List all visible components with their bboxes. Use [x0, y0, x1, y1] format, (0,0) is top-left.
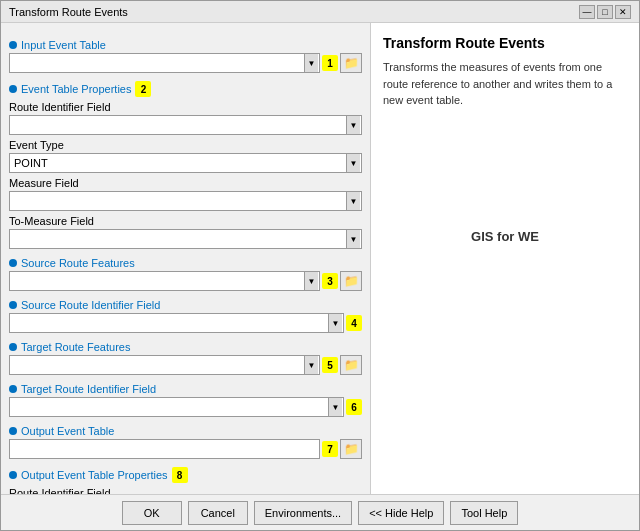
target-route-dropdown-wrapper: ▼	[9, 355, 320, 375]
target-route-id-label: Target Route Identifier Field	[9, 383, 362, 395]
title-bar-buttons: — □ ✕	[579, 5, 631, 19]
target-route-features-label: Target Route Features	[9, 341, 362, 353]
badge-4: 4	[346, 315, 362, 331]
source-route-id-dropdown[interactable]	[9, 313, 344, 333]
dot-icon-4	[9, 301, 17, 309]
to-measure-field-label-1: To-Measure Field	[9, 215, 362, 227]
badge-6: 6	[346, 399, 362, 415]
event-type-label-1: Event Type	[9, 139, 362, 151]
source-route-id-row: ▼ 4	[9, 313, 362, 333]
event-table-properties-label: Event Table Properties 2	[9, 81, 362, 97]
badge-3: 3	[322, 273, 338, 289]
route-id-dropdown-1[interactable]	[9, 115, 362, 135]
route-identifier-field-label-2: Route Identifier Field	[9, 487, 362, 494]
badge-2: 2	[135, 81, 151, 97]
badge-8: 8	[172, 467, 188, 483]
measure-field-row-1: ▼	[9, 191, 362, 211]
right-panel-content: GIS for WE	[383, 229, 627, 244]
cancel-button[interactable]: Cancel	[188, 501, 248, 525]
source-route-features-label: Source Route Features	[9, 257, 362, 269]
to-measure-dropdown-1[interactable]	[9, 229, 362, 249]
ok-button[interactable]: OK	[122, 501, 182, 525]
route-id-dropdown-wrapper-1: ▼	[9, 115, 362, 135]
right-panel-description: Transforms the measures of events from o…	[383, 59, 627, 109]
dot-icon-5	[9, 343, 17, 351]
measure-field-label-1: Measure Field	[9, 177, 362, 189]
hide-help-button[interactable]: << Hide Help	[358, 501, 444, 525]
dot-icon-6	[9, 385, 17, 393]
source-route-folder-btn[interactable]: 📁	[340, 271, 362, 291]
output-event-table-label: Output Event Table	[9, 425, 362, 437]
badge-7: 7	[322, 441, 338, 457]
output-event-table-row: 7 📁	[9, 439, 362, 459]
input-event-table-dropdown-wrapper: ▼	[9, 53, 320, 73]
route-identifier-field-row-1: ▼	[9, 115, 362, 135]
right-panel: Transform Route Events Transforms the me…	[371, 23, 639, 494]
maximize-button[interactable]: □	[597, 5, 613, 19]
left-panel: Input Event Table ▼ 1 📁 Event Table Prop…	[1, 23, 371, 494]
target-route-features-row: ▼ 5 📁	[9, 355, 362, 375]
source-route-features-row: ▼ 3 📁	[9, 271, 362, 291]
target-route-id-dropdown-wrapper: ▼	[9, 397, 344, 417]
dot-icon-3	[9, 259, 17, 267]
route-identifier-field-label-1: Route Identifier Field	[9, 101, 362, 113]
tool-help-button[interactable]: Tool Help	[450, 501, 518, 525]
title-bar: Transform Route Events — □ ✕	[1, 1, 639, 23]
dot-icon-8	[9, 471, 17, 479]
event-type-dropdown-wrapper-1: POINT ▼	[9, 153, 362, 173]
dot-icon	[9, 41, 17, 49]
environments-button[interactable]: Environments...	[254, 501, 352, 525]
measure-field-dropdown-1[interactable]	[9, 191, 362, 211]
source-route-id-label: Source Route Identifier Field	[9, 299, 362, 311]
dot-icon-2	[9, 85, 17, 93]
right-panel-title: Transform Route Events	[383, 35, 627, 51]
badge-5: 5	[322, 357, 338, 373]
source-route-id-dropdown-wrapper: ▼	[9, 313, 344, 333]
target-route-folder-btn[interactable]: 📁	[340, 355, 362, 375]
source-route-dropdown-wrapper: ▼	[9, 271, 320, 291]
to-measure-dropdown-wrapper-1: ▼	[9, 229, 362, 249]
minimize-button[interactable]: —	[579, 5, 595, 19]
target-route-id-row: ▼ 6	[9, 397, 362, 417]
to-measure-field-row-1: ▼	[9, 229, 362, 249]
close-button[interactable]: ✕	[615, 5, 631, 19]
target-route-id-dropdown[interactable]	[9, 397, 344, 417]
source-route-dropdown[interactable]	[9, 271, 320, 291]
badge-1: 1	[322, 55, 338, 71]
event-type-row-1: POINT ▼	[9, 153, 362, 173]
main-window: Transform Route Events — □ ✕ Input Event…	[0, 0, 640, 531]
output-event-table-properties-label: Output Event Table Properties 8	[9, 467, 362, 483]
input-event-table-dropdown[interactable]	[9, 53, 320, 73]
measure-field-dropdown-wrapper-1: ▼	[9, 191, 362, 211]
main-content: Input Event Table ▼ 1 📁 Event Table Prop…	[1, 23, 639, 494]
window-title: Transform Route Events	[9, 6, 579, 18]
input-event-table-row: ▼ 1 📁	[9, 53, 362, 73]
output-event-table-folder-btn[interactable]: 📁	[340, 439, 362, 459]
event-type-dropdown-1[interactable]: POINT	[9, 153, 362, 173]
bottom-bar: OK Cancel Environments... << Hide Help T…	[1, 494, 639, 530]
input-event-table-folder-btn[interactable]: 📁	[340, 53, 362, 73]
dot-icon-7	[9, 427, 17, 435]
output-event-table-input[interactable]	[9, 439, 320, 459]
target-route-dropdown[interactable]	[9, 355, 320, 375]
input-event-table-label: Input Event Table	[9, 39, 362, 51]
